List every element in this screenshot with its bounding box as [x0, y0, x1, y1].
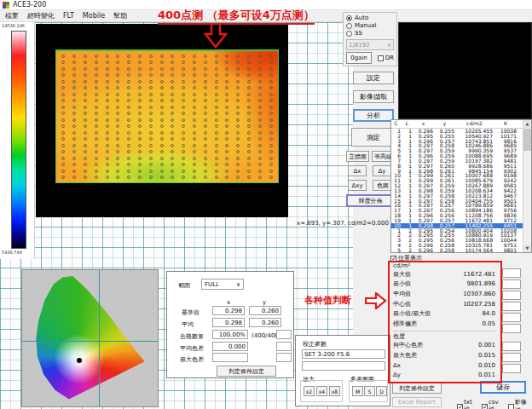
judge-settings-button-right[interactable]: 判定條件設定: [392, 383, 442, 394]
measure-point-dot: [171, 60, 174, 64]
scroll-up-icon[interactable]: ▲: [523, 120, 531, 128]
measure-point-dot: [225, 118, 228, 122]
image-checkbox[interactable]: [508, 404, 514, 409]
csv-checkbox[interactable]: [482, 404, 488, 409]
settings-button[interactable]: 設定: [353, 72, 394, 84]
calibration-param1-field[interactable]: SET 3-200 F5.6: [302, 349, 385, 359]
average-x-field[interactable]: 0.298: [212, 318, 245, 327]
measure-point-dot: [247, 176, 251, 179]
measure-button[interactable]: 測定: [351, 128, 396, 147]
position-display-row[interactable]: 位置表示: [390, 254, 422, 262]
delta-xy-button[interactable]: Δxy: [348, 180, 367, 191]
radio-manual[interactable]: [346, 23, 352, 29]
radio-ss[interactable]: [346, 31, 352, 37]
calibration-param2-field[interactable]: [302, 361, 385, 371]
table-scrollbar[interactable]: ▲ ▼: [523, 120, 531, 252]
measure-point-dot: [225, 170, 228, 173]
measure-point-dot: [171, 150, 174, 153]
menu-item-trend[interactable]: 經時變化: [27, 11, 55, 20]
save-button[interactable]: 儲存: [480, 381, 526, 394]
measure-point-dot: [116, 131, 119, 135]
measure-point-dot: [149, 118, 153, 122]
measurement-stage[interactable]: [36, 24, 288, 217]
measure-point-dot: [171, 157, 174, 160]
reference-y-field[interactable]: 0.260: [249, 306, 281, 315]
stereo-button[interactable]: 立體圖: [346, 151, 369, 162]
zoom-x4-button[interactable]: x4: [316, 386, 327, 396]
menu-item-help[interactable]: 幫助: [113, 11, 127, 20]
measure-point-dot: [171, 118, 174, 122]
menu-item-file[interactable]: 檔案: [5, 11, 19, 20]
luminance-judge-boxes: [502, 268, 521, 333]
measure-point-dot: [149, 163, 153, 166]
measure-point-dot: [225, 144, 228, 147]
result-label: 最小值: [393, 279, 411, 288]
gain-button[interactable]: 0gain: [346, 52, 372, 64]
measure-point-dot: [138, 86, 142, 89]
menu-item-flt[interactable]: FLT: [63, 12, 74, 20]
radio-row-ss[interactable]: SS: [346, 30, 394, 37]
measure-point-dot: [160, 150, 164, 153]
multiscreen-d-button[interactable]: D: [376, 386, 387, 396]
measure-point-dot: [106, 86, 109, 89]
delta-y-button[interactable]: Δy: [373, 165, 391, 176]
multiscreen-m-button[interactable]: M: [352, 386, 363, 396]
luminance-results: 最大值11672.481最小值9801.896平均值10307.860中心值10…: [393, 269, 495, 329]
radio-row-auto[interactable]: Auto: [346, 14, 394, 22]
judge-box: [502, 313, 521, 322]
measure-point-dot: [116, 157, 119, 160]
zoom-x8-button[interactable]: x8: [329, 386, 340, 396]
average-y-field[interactable]: 0.260: [249, 318, 281, 327]
measure-point-dot: [225, 137, 228, 141]
measure-point-dot: [182, 163, 185, 166]
luminance-dist-button[interactable]: 輝度分佈: [346, 194, 395, 207]
measure-point-dot: [127, 137, 130, 141]
measure-point-dot: [95, 157, 98, 160]
measure-point-dot: [236, 124, 240, 128]
measure-point-dot: [72, 67, 76, 71]
scroll-down-icon[interactable]: ▼: [523, 245, 531, 252]
measure-point-dot: [215, 67, 218, 71]
cie-measure-point: [77, 358, 82, 363]
analyze-button[interactable]: 分析: [353, 109, 394, 122]
result-value: 0.010: [478, 362, 495, 369]
range-dropdown[interactable]: FULL ∨: [201, 279, 244, 290]
measure-point-dot: [127, 55, 130, 58]
delta-x-button[interactable]: Δx: [348, 165, 367, 176]
measure-point-dot: [193, 93, 196, 96]
table-row[interactable]: 520.2960.25810174.5649801: [391, 248, 531, 253]
measure-point-dot: [127, 73, 130, 77]
shutter-value: 1/8192: [349, 42, 370, 49]
measure-point-dot: [72, 55, 76, 58]
position-display-checkbox[interactable]: [390, 256, 396, 262]
shutter-dropdown[interactable]: 1/8192 ∨: [346, 39, 394, 50]
radio-auto[interactable]: [346, 15, 352, 21]
measure-point-dot: [160, 163, 164, 166]
measure-point-dot: [95, 86, 98, 89]
measure-point-dot: [247, 118, 251, 122]
multiscreen-s-button[interactable]: S: [364, 386, 375, 396]
measure-point-dot: [149, 67, 153, 71]
measure-point-dot: [204, 55, 207, 58]
judge-box: [502, 268, 521, 278]
zoom-x2-button[interactable]: x2: [304, 386, 315, 396]
excel-report-button[interactable]: Excel Report: [392, 397, 442, 407]
dr-checkbox[interactable]: [378, 55, 384, 61]
txt-checkbox[interactable]: [457, 404, 463, 409]
measure-point-dot: [182, 60, 185, 64]
dr-label: DR: [385, 55, 394, 61]
measure-point-dot: [106, 55, 109, 58]
radio-row-manual[interactable]: Manual: [346, 22, 394, 30]
measure-point-dot: [84, 170, 87, 173]
menu-item-mobile[interactable]: Mobile: [83, 12, 105, 20]
measure-point-dot: [127, 170, 130, 173]
judge-settings-button-middle[interactable]: 判定條件設定: [217, 366, 276, 377]
measure-point-dot: [225, 163, 228, 166]
capture-button[interactable]: 影像擷取: [353, 90, 394, 103]
measure-point-dot: [138, 67, 142, 71]
scrollbar-thumb[interactable]: [523, 129, 531, 151]
measure-point-dot: [171, 67, 174, 71]
reference-x-field[interactable]: 0.298: [212, 306, 245, 315]
luminance-heatmap[interactable]: [55, 49, 279, 183]
measure-point-dot: [149, 144, 153, 147]
